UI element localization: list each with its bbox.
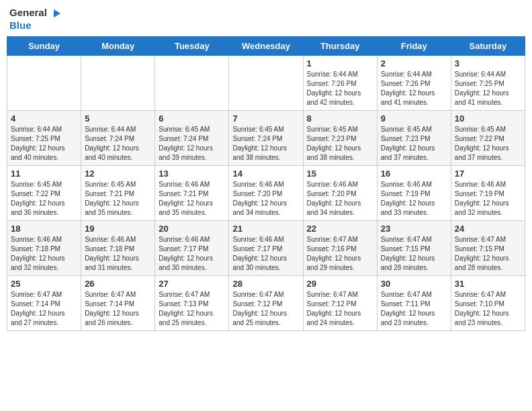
- day-number: 20: [159, 224, 225, 234]
- week-row-5: 25Sunrise: 6:47 AMSunset: 7:14 PMDayligh…: [7, 276, 525, 331]
- calendar-cell: 3Sunrise: 6:44 AMSunset: 7:25 PMDaylight…: [451, 56, 525, 111]
- header-row: SundayMondayTuesdayWednesdayThursdayFrid…: [7, 37, 525, 56]
- calendar-cell: 6Sunrise: 6:45 AMSunset: 7:24 PMDaylight…: [155, 111, 229, 166]
- calendar-cell: 23Sunrise: 6:47 AMSunset: 7:15 PMDayligh…: [377, 221, 451, 276]
- calendar-cell: 9Sunrise: 6:45 AMSunset: 7:23 PMDaylight…: [377, 111, 451, 166]
- calendar-cell: 10Sunrise: 6:45 AMSunset: 7:22 PMDayligh…: [451, 111, 525, 166]
- day-info: Sunrise: 6:44 AMSunset: 7:25 PMDaylight:…: [455, 70, 521, 107]
- calendar-cell: 29Sunrise: 6:47 AMSunset: 7:12 PMDayligh…: [303, 276, 377, 331]
- calendar-header: SundayMondayTuesdayWednesdayThursdayFrid…: [7, 37, 525, 56]
- calendar-cell: 8Sunrise: 6:45 AMSunset: 7:23 PMDaylight…: [303, 111, 377, 166]
- calendar-cell: 30Sunrise: 6:47 AMSunset: 7:11 PMDayligh…: [377, 276, 451, 331]
- calendar-cell: [7, 56, 81, 111]
- day-number: 18: [11, 224, 77, 234]
- calendar-body: 1Sunrise: 6:44 AMSunset: 7:26 PMDaylight…: [7, 56, 525, 331]
- day-number: 19: [85, 224, 151, 234]
- day-number: 24: [455, 224, 521, 234]
- day-number: 22: [307, 224, 373, 234]
- day-number: 1: [307, 58, 373, 68]
- week-row-2: 4Sunrise: 6:44 AMSunset: 7:25 PMDaylight…: [7, 111, 525, 166]
- svg-marker-0: [54, 9, 60, 17]
- header-day-thursday: Thursday: [303, 37, 377, 56]
- calendar-cell: 27Sunrise: 6:47 AMSunset: 7:13 PMDayligh…: [155, 276, 229, 331]
- calendar-cell: 18Sunrise: 6:46 AMSunset: 7:18 PMDayligh…: [7, 221, 81, 276]
- day-number: 23: [381, 224, 447, 234]
- logo-blue: Blue: [9, 19, 32, 31]
- logo-arrow-icon: [51, 7, 63, 19]
- logo-general: General: [9, 7, 47, 18]
- calendar-cell: 25Sunrise: 6:47 AMSunset: 7:14 PMDayligh…: [7, 276, 81, 331]
- day-info: Sunrise: 6:47 AMSunset: 7:15 PMDaylight:…: [381, 235, 447, 273]
- day-info: Sunrise: 6:44 AMSunset: 7:26 PMDaylight:…: [381, 70, 447, 107]
- day-info: Sunrise: 6:47 AMSunset: 7:14 PMDaylight:…: [11, 290, 77, 328]
- day-info: Sunrise: 6:45 AMSunset: 7:22 PMDaylight:…: [11, 180, 77, 218]
- day-number: 8: [307, 113, 373, 124]
- day-info: Sunrise: 6:47 AMSunset: 7:12 PMDaylight:…: [232, 290, 299, 328]
- calendar-cell: 31Sunrise: 6:47 AMSunset: 7:10 PMDayligh…: [451, 276, 525, 331]
- day-number: 4: [11, 113, 77, 124]
- day-info: Sunrise: 6:47 AMSunset: 7:16 PMDaylight:…: [307, 235, 373, 273]
- day-number: 14: [232, 169, 299, 179]
- day-number: 27: [159, 279, 225, 289]
- day-info: Sunrise: 6:45 AMSunset: 7:22 PMDaylight:…: [455, 125, 521, 163]
- day-number: 13: [159, 169, 225, 179]
- day-number: 17: [455, 169, 521, 179]
- day-info: Sunrise: 6:47 AMSunset: 7:11 PMDaylight:…: [381, 290, 447, 328]
- day-number: 25: [11, 279, 77, 289]
- calendar-cell: 1Sunrise: 6:44 AMSunset: 7:26 PMDaylight…: [303, 56, 377, 111]
- day-info: Sunrise: 6:46 AMSunset: 7:17 PMDaylight:…: [232, 235, 299, 273]
- header-day-tuesday: Tuesday: [155, 37, 229, 56]
- day-info: Sunrise: 6:45 AMSunset: 7:23 PMDaylight:…: [307, 125, 373, 163]
- day-number: 16: [381, 169, 447, 179]
- day-info: Sunrise: 6:47 AMSunset: 7:13 PMDaylight:…: [159, 290, 225, 328]
- logo-text: General Blue: [9, 7, 63, 31]
- calendar-cell: [155, 56, 229, 111]
- day-info: Sunrise: 6:46 AMSunset: 7:18 PMDaylight:…: [85, 235, 151, 273]
- day-info: Sunrise: 6:47 AMSunset: 7:12 PMDaylight:…: [307, 290, 373, 328]
- day-number: 28: [232, 279, 299, 289]
- calendar-cell: 14Sunrise: 6:46 AMSunset: 7:20 PMDayligh…: [229, 166, 303, 221]
- day-number: 10: [455, 113, 521, 124]
- calendar-cell: 17Sunrise: 6:46 AMSunset: 7:19 PMDayligh…: [451, 166, 525, 221]
- day-info: Sunrise: 6:46 AMSunset: 7:19 PMDaylight:…: [455, 180, 521, 218]
- day-info: Sunrise: 6:44 AMSunset: 7:25 PMDaylight:…: [11, 125, 77, 163]
- header-day-monday: Monday: [81, 37, 155, 56]
- header-day-sunday: Sunday: [7, 37, 81, 56]
- day-info: Sunrise: 6:46 AMSunset: 7:18 PMDaylight:…: [11, 235, 77, 273]
- calendar-cell: 5Sunrise: 6:44 AMSunset: 7:24 PMDaylight…: [81, 111, 155, 166]
- day-info: Sunrise: 6:44 AMSunset: 7:24 PMDaylight:…: [85, 125, 151, 163]
- calendar-cell: 26Sunrise: 6:47 AMSunset: 7:14 PMDayligh…: [81, 276, 155, 331]
- calendar-cell: 11Sunrise: 6:45 AMSunset: 7:22 PMDayligh…: [7, 166, 81, 221]
- calendar-cell: [229, 56, 303, 111]
- day-info: Sunrise: 6:45 AMSunset: 7:24 PMDaylight:…: [232, 125, 299, 163]
- day-info: Sunrise: 6:45 AMSunset: 7:23 PMDaylight:…: [381, 125, 447, 163]
- day-number: 6: [159, 113, 225, 124]
- day-number: 21: [232, 224, 299, 234]
- day-info: Sunrise: 6:46 AMSunset: 7:17 PMDaylight:…: [159, 235, 225, 273]
- calendar-cell: 20Sunrise: 6:46 AMSunset: 7:17 PMDayligh…: [155, 221, 229, 276]
- day-number: 7: [232, 113, 299, 124]
- week-row-3: 11Sunrise: 6:45 AMSunset: 7:22 PMDayligh…: [7, 166, 525, 221]
- header-day-friday: Friday: [377, 37, 451, 56]
- day-number: 31: [455, 279, 521, 289]
- day-number: 26: [85, 279, 151, 289]
- day-info: Sunrise: 6:44 AMSunset: 7:26 PMDaylight:…: [307, 70, 373, 107]
- day-info: Sunrise: 6:46 AMSunset: 7:21 PMDaylight:…: [159, 180, 225, 218]
- header-day-wednesday: Wednesday: [229, 37, 303, 56]
- day-info: Sunrise: 6:47 AMSunset: 7:15 PMDaylight:…: [455, 235, 521, 273]
- calendar-cell: 19Sunrise: 6:46 AMSunset: 7:18 PMDayligh…: [81, 221, 155, 276]
- day-info: Sunrise: 6:45 AMSunset: 7:21 PMDaylight:…: [85, 180, 151, 218]
- calendar-cell: 28Sunrise: 6:47 AMSunset: 7:12 PMDayligh…: [229, 276, 303, 331]
- calendar-table: SundayMondayTuesdayWednesdayThursdayFrid…: [7, 36, 525, 331]
- page-header: General Blue: [7, 7, 525, 31]
- day-number: 5: [85, 113, 151, 124]
- calendar-cell: 13Sunrise: 6:46 AMSunset: 7:21 PMDayligh…: [155, 166, 229, 221]
- calendar-cell: 21Sunrise: 6:46 AMSunset: 7:17 PMDayligh…: [229, 221, 303, 276]
- day-number: 3: [455, 58, 521, 68]
- calendar-cell: 4Sunrise: 6:44 AMSunset: 7:25 PMDaylight…: [7, 111, 81, 166]
- day-number: 15: [307, 169, 373, 179]
- calendar-cell: 22Sunrise: 6:47 AMSunset: 7:16 PMDayligh…: [303, 221, 377, 276]
- logo: General Blue: [9, 7, 63, 31]
- calendar-cell: 2Sunrise: 6:44 AMSunset: 7:26 PMDaylight…: [377, 56, 451, 111]
- week-row-4: 18Sunrise: 6:46 AMSunset: 7:18 PMDayligh…: [7, 221, 525, 276]
